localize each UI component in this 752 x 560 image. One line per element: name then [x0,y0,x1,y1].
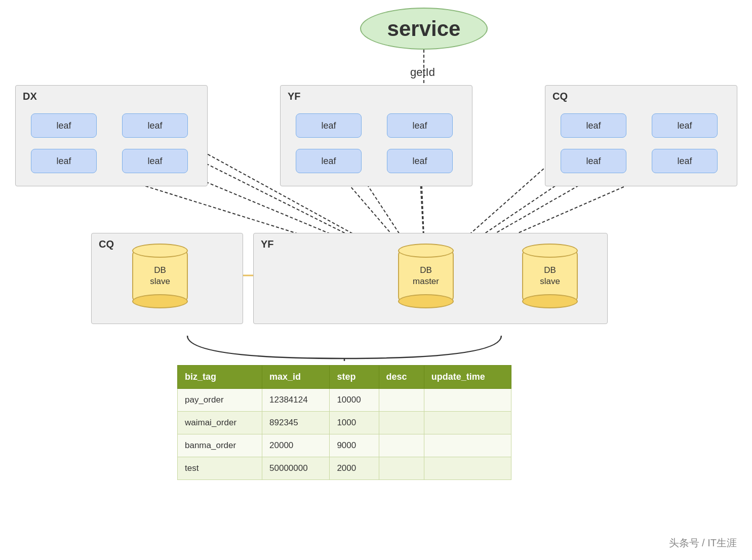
cylinder-top-yf-master [398,244,454,258]
cylinder-body-yf-master: DBmaster [398,251,454,301]
cell-desc [379,434,424,457]
brace-and-table: biz_tag max_id step desc update_time pay… [177,333,511,480]
cell-biz_tag: banma_order [178,434,262,457]
cell-biz_tag: test [178,457,262,480]
col-desc: desc [379,366,424,389]
cylinder-top-cq [132,244,188,258]
table-row: test500000002000 [178,457,511,480]
cell-step: 1000 [330,412,379,434]
getid-label: getId [410,66,435,79]
table-header-row: biz_tag max_id step desc update_time [178,366,511,389]
db-yf-master-label: DBmaster [413,265,439,287]
col-max-id: max_id [262,366,330,389]
cylinder-top-yf-slave [522,244,578,258]
service-label: service [387,17,461,41]
group-dx: DX leaf leaf leaf leaf [15,85,208,186]
cell-max_id: 12384124 [262,389,330,412]
cell-desc [379,389,424,412]
db-yf-slave-label: DBslave [540,265,560,287]
table-row: banma_order200009000 [178,434,511,457]
table-body: pay_order1238412410000waimai_order892345… [178,389,511,480]
cell-update_time [424,389,511,412]
group-cq-top: CQ leaf leaf leaf leaf [545,85,737,186]
cell-step: 9000 [330,434,379,457]
cylinder-bottom-cq [132,294,188,308]
cell-max_id: 20000 [262,434,330,457]
group-cq-top-label: CQ [552,91,568,102]
db-cq-slave: DBslave [132,244,188,308]
group-db-cq: CQ DBslave [91,233,243,324]
group-yf-top-label: YF [288,91,301,102]
cell-biz_tag: waimai_order [178,412,262,434]
db-yf-slave-right: DBslave [522,244,578,308]
cell-max_id: 892345 [262,412,330,434]
table-row: pay_order1238412410000 [178,389,511,412]
leaf-yf-3: leaf [296,149,362,173]
cell-update_time [424,457,511,480]
watermark: 头条号 / IT生涯 [669,536,737,550]
cell-step: 10000 [330,389,379,412]
service-node: service [360,8,488,50]
brace-svg [177,333,511,361]
data-table: biz_tag max_id step desc update_time pay… [177,365,511,480]
cylinder-bottom-yf-slave [522,294,578,308]
group-dx-label: DX [23,91,37,102]
leaf-cq-4: leaf [652,149,718,173]
leaf-dx-1: leaf [31,113,97,138]
group-db-yf-label: YF [261,238,274,250]
db-cq-slave-label: DBslave [150,265,170,287]
cell-max_id: 50000000 [262,457,330,480]
leaf-dx-4: leaf [122,149,188,173]
cylinder-bottom-yf-master [398,294,454,308]
leaf-cq-2: leaf [652,113,718,138]
leaf-dx-2: leaf [122,113,188,138]
cell-desc [379,412,424,434]
leaf-yf-1: leaf [296,113,362,138]
group-db-yf: YF DBmaster DBslave [253,233,608,324]
col-update-time: update_time [424,366,511,389]
cylinder-body-cq: DBslave [132,251,188,301]
cell-biz_tag: pay_order [178,389,262,412]
cell-update_time [424,434,511,457]
col-step: step [330,366,379,389]
group-yf-top: YF leaf leaf leaf leaf [280,85,472,186]
db-yf-master: DBmaster [398,244,454,308]
group-db-cq-label: CQ [99,238,114,250]
leaf-dx-3: leaf [31,149,97,173]
leaf-yf-4: leaf [387,149,453,173]
cell-update_time [424,412,511,434]
cell-step: 2000 [330,457,379,480]
leaf-cq-3: leaf [561,149,626,173]
table-row: waimai_order8923451000 [178,412,511,434]
leaf-yf-2: leaf [387,113,453,138]
diagram-container: service getId DX leaf leaf leaf leaf YF … [0,0,752,560]
col-biz-tag: biz_tag [178,366,262,389]
leaf-cq-1: leaf [561,113,626,138]
cylinder-body-yf-slave: DBslave [522,251,578,301]
cell-desc [379,457,424,480]
